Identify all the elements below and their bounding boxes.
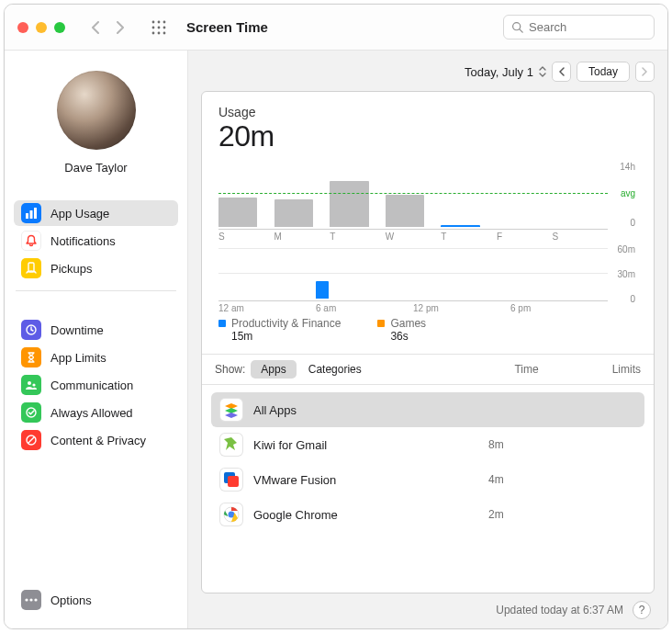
svg-point-8 (163, 31, 166, 34)
segment-categories[interactable]: Categories (298, 360, 372, 379)
sidebar-item-content-privacy[interactable]: Content & Privacy (14, 427, 178, 453)
chart-y-tick: 14h (620, 162, 635, 172)
sidebar-item-communication[interactable]: Communication (14, 372, 178, 398)
chart-x-tick: M (274, 230, 330, 242)
app-time: 4m (488, 473, 571, 486)
forward-button[interactable] (109, 17, 131, 39)
sidebar-item-app-limits[interactable]: App Limits (14, 345, 178, 370)
svg-point-4 (158, 26, 161, 28)
chart-bar (274, 199, 313, 227)
legend-item: Games36s (377, 317, 426, 343)
svg-line-20 (28, 437, 35, 444)
vmware-icon (220, 469, 242, 491)
svg-point-5 (163, 26, 166, 28)
today-button[interactable]: Today (577, 62, 630, 82)
segment-apps[interactable]: Apps (251, 360, 296, 379)
chart-bar (330, 181, 368, 227)
chart-x-tick: 6 am (316, 301, 413, 313)
check-shield-icon (21, 402, 41, 423)
svg-rect-11 (26, 213, 28, 219)
back-button[interactable] (84, 17, 106, 39)
svg-point-7 (158, 31, 161, 34)
options-label: Options (50, 593, 92, 607)
app-row[interactable]: Kiwi for Gmail8m (211, 427, 644, 462)
show-all-prefs-button[interactable] (148, 17, 170, 39)
svg-point-23 (34, 598, 37, 601)
sidebar-item-downtime[interactable]: Downtime (14, 317, 178, 343)
chevron-right-icon (117, 21, 125, 34)
chevron-left-icon (91, 21, 99, 34)
user-avatar[interactable] (57, 71, 136, 150)
app-row[interactable]: VMware Fusion4m (211, 462, 644, 497)
chart-bar-icon (21, 203, 41, 223)
moon-clock-icon (21, 320, 41, 340)
filter-bar: Show: AppsCategories Time Limits (202, 355, 654, 385)
stepper-icon (539, 66, 546, 77)
svg-point-6 (152, 31, 155, 34)
chart-y-tick: 60m (618, 244, 635, 254)
legend-value: 15m (231, 330, 341, 343)
col-limits: Limits (612, 363, 641, 376)
app-name: VMware Fusion (253, 473, 336, 487)
no-entry-icon (21, 430, 41, 450)
next-day-button[interactable] (635, 62, 655, 82)
app-time: 2m (488, 508, 571, 521)
search-field[interactable] (503, 15, 655, 40)
today-button-label: Today (588, 65, 618, 78)
usage-value: 20m (218, 119, 637, 153)
phone-hand-icon (21, 258, 41, 278)
sidebar-item-notifications[interactable]: Notifications (14, 228, 178, 254)
chart-y-tick: 0 (630, 218, 635, 228)
sidebar-item-label: Pickups (50, 262, 93, 276)
window-controls (17, 22, 65, 33)
app-row[interactable]: Google Chrome2m (211, 497, 644, 532)
main-content: Today, July 1 Today Usage (188, 51, 667, 628)
sidebar-item-label: Content & Privacy (50, 434, 146, 447)
chart-bar (441, 225, 479, 227)
sidebar-item-pickups[interactable]: Pickups (14, 255, 178, 281)
help-button[interactable]: ? (633, 601, 651, 619)
svg-point-1 (158, 20, 161, 23)
chart-x-tick: W (386, 230, 442, 242)
chart-x-tick: 6 pm (510, 301, 608, 313)
show-label: Show: (215, 363, 245, 376)
window-title: Screen Time (186, 19, 268, 35)
updated-label: Updated today at 6:37 AM (496, 604, 623, 616)
app-row[interactable]: All Apps (211, 392, 644, 427)
legend-swatch (218, 320, 226, 327)
usage-title: Usage (218, 105, 637, 119)
chart-y-tick: 30m (618, 269, 635, 279)
svg-point-17 (32, 383, 35, 386)
hourglass-icon (21, 347, 41, 367)
chart-bar (316, 281, 329, 299)
prev-day-button[interactable] (552, 62, 571, 82)
svg-point-21 (25, 598, 28, 601)
svg-point-0 (152, 20, 155, 23)
app-time: 8m (488, 438, 571, 451)
minimize-window-button[interactable] (36, 22, 47, 33)
chart-x-tick: S (552, 230, 608, 242)
legend-label: Games (390, 317, 426, 330)
app-name: Google Chrome (253, 508, 338, 522)
zoom-window-button[interactable] (54, 22, 65, 33)
sidebar-item-app-usage[interactable]: App Usage (14, 200, 178, 226)
comm-icon (21, 375, 41, 395)
kiwi-icon (220, 434, 242, 456)
chart-x-tick: T (330, 230, 386, 242)
search-icon (511, 21, 523, 33)
close-window-button[interactable] (17, 22, 28, 33)
legend-label: Productivity & Finance (231, 317, 341, 330)
date-picker[interactable]: Today, July 1 (465, 65, 546, 79)
search-input[interactable] (529, 20, 646, 34)
chart-x-tick: F (497, 230, 553, 242)
avg-line (218, 193, 608, 194)
chart-x-tick: S (218, 230, 274, 242)
legend-swatch (377, 320, 385, 327)
chart-bar (218, 198, 257, 228)
sidebar-item-always-allowed[interactable]: Always Allowed (14, 400, 178, 425)
avg-label: avg (621, 188, 635, 198)
chart-x-tick: 12 am (218, 301, 316, 313)
sidebar-separator (16, 290, 176, 291)
chart-x-tick: 12 pm (413, 301, 510, 313)
options-button[interactable]: Options (14, 590, 178, 619)
